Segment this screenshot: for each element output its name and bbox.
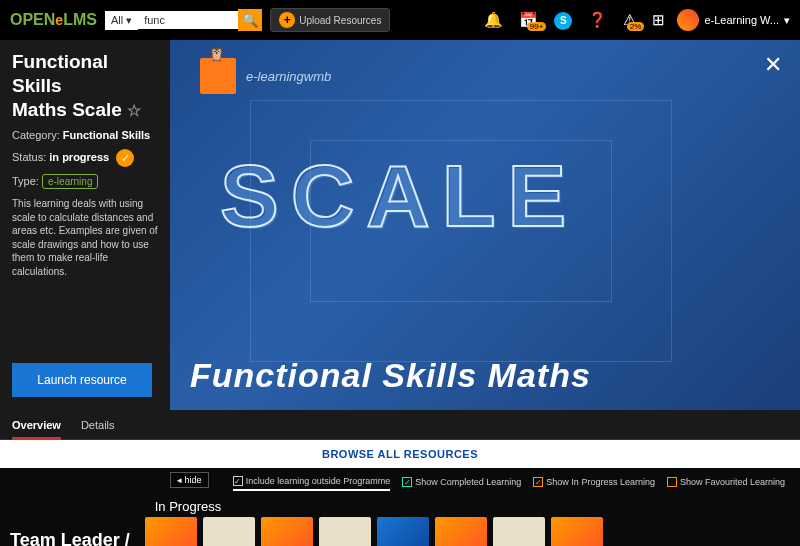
launch-resource-button[interactable]: Launch resource — [12, 363, 152, 397]
chevron-down-icon: ▾ — [126, 14, 132, 27]
plus-icon: + — [279, 12, 295, 28]
hero-headline: SCALE — [220, 145, 578, 247]
hero-image: ✕ e-learningwmb SCALE Functional Skills … — [170, 40, 800, 410]
course-thumbnail[interactable] — [493, 517, 545, 546]
course-thumbnail[interactable] — [261, 517, 313, 546]
bottom-strip: ◂ hide ✓Include learning outside Program… — [0, 468, 800, 546]
in-progress-label: In Progress — [155, 499, 603, 514]
category-row: Category: Functional Skills — [12, 129, 158, 141]
course-thumbnail[interactable] — [203, 517, 255, 546]
course-thumbnail[interactable] — [377, 517, 429, 546]
course-thumbnail[interactable] — [319, 517, 371, 546]
owl-box-icon — [200, 58, 236, 94]
search-input[interactable] — [138, 11, 238, 29]
course-thumbnail[interactable] — [145, 517, 197, 546]
upload-resources-button[interactable]: + Upload Resources — [270, 8, 390, 32]
skype-icon[interactable]: S — [550, 10, 576, 30]
status-row: Status: in progress ✓ — [12, 149, 158, 167]
programme-title: Team Leader / — [10, 530, 130, 546]
course-title: Functional Skills Maths Scale ☆ — [12, 50, 158, 121]
apps-icon[interactable]: ⊞ — [648, 11, 669, 29]
notifications-icon[interactable]: 🔔 — [480, 11, 507, 29]
type-row: Type: e-learning — [12, 175, 158, 187]
hero-subtitle: Functional Skills Maths — [190, 356, 591, 395]
help-icon[interactable]: ❓ — [584, 11, 611, 29]
browse-all-resources-button[interactable]: BROWSE ALL RESOURCES — [0, 440, 800, 468]
user-menu[interactable]: e-Learning W... ▾ — [677, 9, 790, 31]
chevron-down-icon: ▾ — [784, 14, 790, 27]
alert-badge: 2% — [627, 22, 645, 31]
filter-include-outside[interactable]: ✓Include learning outside Programme — [233, 476, 391, 491]
favourite-star-icon[interactable]: ☆ — [127, 102, 141, 119]
filter-completed[interactable]: ✓Show Completed Learning — [402, 476, 521, 491]
tab-details[interactable]: Details — [81, 411, 115, 439]
course-thumbnail[interactable] — [551, 517, 603, 546]
status-check-icon: ✓ — [116, 149, 134, 167]
filter-favourited[interactable]: Show Favourited Learning — [667, 476, 785, 491]
search-scope-dropdown[interactable]: All ▾ — [105, 11, 138, 30]
close-icon[interactable]: ✕ — [764, 52, 782, 78]
calendar-icon[interactable]: 📅99+ — [515, 11, 542, 29]
search-button[interactable]: 🔍 — [238, 9, 262, 31]
tabs: Overview Details — [0, 410, 800, 440]
logo[interactable]: OPENeLMS — [10, 11, 97, 29]
avatar — [677, 9, 699, 31]
calendar-badge: 99+ — [527, 22, 547, 31]
main-content: Functional Skills Maths Scale ☆ Category… — [0, 40, 800, 410]
filter-bar: ✓Include learning outside Programme ✓Sho… — [10, 476, 790, 491]
alerts-icon[interactable]: ⚠2% — [619, 11, 640, 29]
filter-in-progress[interactable]: ✓Show In Progress Learning — [533, 476, 655, 491]
hide-button[interactable]: ◂ hide — [170, 472, 209, 488]
search-group: All ▾ 🔍 — [105, 9, 262, 31]
course-sidebar: Functional Skills Maths Scale ☆ Category… — [0, 40, 170, 410]
top-navigation: OPENeLMS All ▾ 🔍 + Upload Resources 🔔 📅9… — [0, 0, 800, 40]
search-icon: 🔍 — [242, 13, 259, 28]
course-thumbnail[interactable] — [435, 517, 487, 546]
hero-brand: e-learningwmb — [200, 58, 331, 94]
course-description: This learning deals with using scale to … — [12, 197, 158, 278]
tab-overview[interactable]: Overview — [12, 411, 61, 439]
